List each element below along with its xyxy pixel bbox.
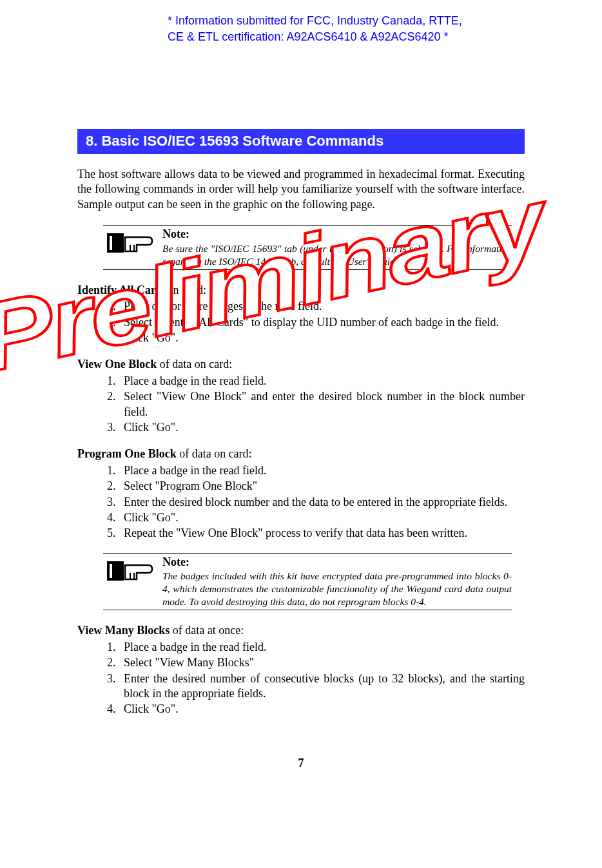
list-item: Click "Go". bbox=[119, 331, 525, 345]
header-certification-notice: * Information submitted for FCC, Industr… bbox=[168, 13, 473, 45]
svg-rect-5 bbox=[110, 564, 112, 578]
program-one-steps: Place a badge in the read field. Select … bbox=[103, 463, 525, 541]
section-heading: 8. Basic ISO/IEC 15693 Software Commands bbox=[77, 129, 525, 154]
identify-heading: Identify All Cards in field: bbox=[77, 283, 525, 298]
note-box-1: Note: Be sure the "ISO/IEC 15693" tab (u… bbox=[103, 225, 512, 270]
pointing-hand-icon bbox=[103, 554, 162, 591]
list-item: Enter the desired block number and the d… bbox=[119, 495, 525, 510]
note-label: Note: bbox=[162, 227, 512, 242]
svg-rect-4 bbox=[107, 561, 124, 581]
list-item: Select "View Many Blocks" bbox=[119, 655, 525, 670]
list-item: Place a badge in the read field. bbox=[119, 374, 525, 389]
list-item: Place one or more badges in the read fie… bbox=[119, 299, 525, 314]
list-item: Select "View One Block" and enter the de… bbox=[119, 389, 525, 420]
view-one-steps: Place a badge in the read field. Select … bbox=[103, 374, 525, 436]
pointing-hand-icon bbox=[103, 226, 162, 263]
list-item: Click "Go". bbox=[119, 420, 525, 435]
svg-rect-1 bbox=[110, 236, 112, 250]
list-item: Place a badge in the read field. bbox=[119, 640, 525, 655]
note-text: The badges included with this kit have e… bbox=[162, 570, 512, 608]
note-box-2: Note: The badges included with this kit … bbox=[103, 553, 512, 611]
view-one-heading: View One Block of data on card: bbox=[77, 357, 525, 372]
view-many-heading: View Many Blocks of data at once: bbox=[77, 623, 525, 638]
svg-rect-0 bbox=[107, 233, 124, 253]
list-item: Click "Go". bbox=[119, 702, 525, 717]
program-one-heading: Program One Block of data on card: bbox=[77, 447, 525, 461]
note-text: Be sure the "ISO/IEC 15693" tab (under t… bbox=[162, 242, 512, 268]
note-label: Note: bbox=[162, 555, 512, 570]
view-many-steps: Place a badge in the read field. Select … bbox=[103, 640, 525, 717]
list-item: Select "Identify All Cards" to display t… bbox=[119, 315, 525, 330]
list-item: Place a badge in the read field. bbox=[119, 463, 525, 478]
list-item: Enter the desired number of consecutive … bbox=[119, 671, 525, 702]
list-item: Repeat the "View One Block" process to v… bbox=[119, 526, 525, 541]
identify-steps: Place one or more badges in the read fie… bbox=[103, 299, 525, 345]
page-number: 7 bbox=[77, 756, 525, 771]
list-item: Select "Program One Block" bbox=[119, 479, 525, 494]
list-item: Click "Go". bbox=[119, 510, 525, 525]
intro-paragraph: The host software allows data to be view… bbox=[77, 167, 525, 212]
